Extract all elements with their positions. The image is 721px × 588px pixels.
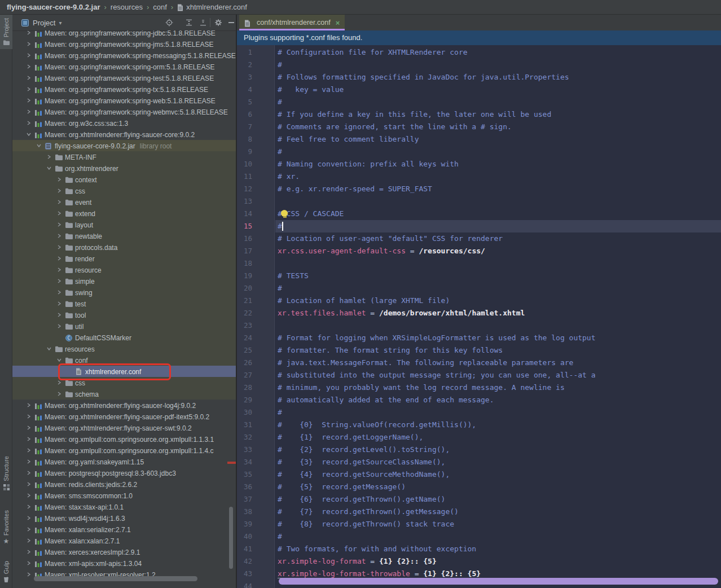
chevron-collapsed-icon[interactable]	[56, 199, 63, 205]
tree-row[interactable]: Maven: postgresql:postgresql:8.3-603.jdb…	[12, 467, 236, 479]
tree-row[interactable]: css	[12, 185, 236, 196]
tree-row[interactable]: Maven: org.w3c.css:sac:1.3	[12, 117, 236, 129]
chevron-collapsed-icon[interactable]	[25, 571, 32, 578]
code-line[interactable]: 21# Location of hamlet (large XHTML file…	[237, 295, 721, 307]
tool-button-project[interactable]: Project	[0, 15, 12, 49]
tree-row[interactable]: context	[12, 174, 236, 185]
code-line[interactable]: 11# xr.	[237, 170, 721, 183]
code-line[interactable]: 24# Format for logging when XRSimpleLogF…	[237, 332, 721, 344]
chevron-collapsed-icon[interactable]	[56, 300, 63, 307]
chevron-expanded-icon[interactable]	[36, 142, 42, 149]
code-line[interactable]: 2#	[237, 59, 721, 71]
tree-row[interactable]: Maven: xalan:xalan:2.7.1	[12, 535, 236, 546]
chevron-collapsed-icon[interactable]	[25, 458, 32, 465]
chevron-collapsed-icon[interactable]	[25, 492, 32, 499]
code-line[interactable]: 1# Configuration file for XHTMLRenderer …	[237, 46, 721, 59]
code-line[interactable]: 40#	[237, 530, 721, 543]
tree-row[interactable]: Maven: xalan:serializer:2.7.1	[12, 524, 236, 535]
tool-button-gulp[interactable]: Gulp	[0, 558, 12, 587]
gear-icon[interactable]	[214, 19, 222, 27]
tree-row[interactable]: Maven: org.springframework:spring-tx:5.1…	[12, 84, 236, 95]
tree-row[interactable]: Maven: stax:stax-api:1.0.1	[12, 501, 236, 512]
tree-row[interactable]: render	[12, 253, 236, 264]
chevron-collapsed-icon[interactable]	[25, 108, 32, 115]
code-line[interactable]: 22xr.test.files.hamlet = /demos/browser/…	[237, 307, 721, 319]
code-line[interactable]: 16# Location of user-agent "default" CSS…	[237, 232, 721, 245]
hide-panel-button[interactable]	[227, 19, 235, 27]
tree-row[interactable]: Maven: org.springframework:spring-webmvc…	[12, 106, 236, 117]
chevron-collapsed-icon[interactable]	[56, 244, 63, 251]
breadcrumb-item[interactable]: flying-saucer-core-9.0.2.jar	[7, 3, 100, 11]
tree-row[interactable]: META-INF	[12, 151, 236, 163]
code-line[interactable]: 23	[237, 319, 721, 332]
tree-vertical-scrollbar[interactable]	[229, 507, 233, 569]
chevron-collapsed-icon[interactable]	[25, 560, 32, 567]
code-line[interactable]: 38# {7} record.getThrown().getMessage()	[237, 506, 721, 518]
tree-row[interactable]: Maven: org.springframework:spring-messag…	[12, 50, 236, 61]
chevron-expanded-icon[interactable]	[46, 345, 52, 352]
tree-row[interactable]: CDefaultCSSMarker	[12, 332, 236, 343]
chevron-collapsed-icon[interactable]	[56, 210, 63, 217]
tree-row[interactable]: simple	[12, 275, 236, 287]
tree-row[interactable]: Maven: redis.clients:jedis:2.6.2	[12, 479, 236, 490]
chevron-collapsed-icon[interactable]	[56, 187, 63, 194]
code-line[interactable]: 4# key = value	[237, 84, 721, 96]
tab-xhtmlrenderer-conf[interactable]: conf/xhtmlrenderer.conf ×	[239, 15, 345, 30]
chevron-collapsed-icon[interactable]	[25, 526, 32, 533]
tree-row[interactable]: layout	[12, 219, 236, 230]
tree-row[interactable]: util	[12, 321, 236, 332]
chevron-collapsed-icon[interactable]	[25, 436, 32, 442]
tree-row[interactable]: Maven: org.yaml:snakeyaml:1.15	[12, 456, 236, 467]
code-line[interactable]: 6# If you define a key in this file, the…	[237, 108, 721, 121]
code-line[interactable]: 7# Comments are ignored, start the line …	[237, 121, 721, 133]
chevron-collapsed-icon[interactable]	[25, 548, 32, 555]
chevron-collapsed-icon[interactable]	[25, 469, 32, 476]
chevron-collapsed-icon[interactable]	[25, 74, 32, 81]
code-line[interactable]: 17xr.css.user-agent-default-css = /resou…	[237, 245, 721, 257]
chevron-collapsed-icon[interactable]	[25, 503, 32, 510]
tree-row[interactable]: Maven: org.xhtmlrenderer:flying-saucer-c…	[12, 129, 236, 140]
tree-row[interactable]: tool	[12, 309, 236, 321]
code-line[interactable]: 5#	[237, 96, 721, 108]
tree-row[interactable]: schema	[12, 388, 236, 400]
tree-row[interactable]: resources	[12, 343, 236, 354]
tree-row[interactable]: org.xhtmlrenderer	[12, 163, 236, 174]
code-line[interactable]: 18	[237, 257, 721, 270]
code-line[interactable]: 13	[237, 195, 721, 208]
tree-row[interactable]: Maven: xerces:xercesImpl:2.9.1	[12, 546, 236, 558]
tree-row[interactable]: Maven: org.xmlpull:com.springsource.org.…	[12, 433, 236, 445]
code-line[interactable]: 33# {2} record.getLevel().toString(),	[237, 444, 721, 456]
chevron-down-icon[interactable]: ▾	[59, 20, 61, 26]
chevron-collapsed-icon[interactable]	[25, 41, 32, 47]
chevron-collapsed-icon[interactable]	[25, 120, 32, 126]
tree-row[interactable]: Maven: wsdl4j:wsdl4j:1.6.3	[12, 512, 236, 524]
chevron-collapsed-icon[interactable]	[25, 481, 32, 488]
chevron-collapsed-icon[interactable]	[25, 86, 32, 93]
code-line[interactable]: 9#	[237, 146, 721, 158]
chevron-collapsed-icon[interactable]	[56, 390, 63, 397]
tree-row[interactable]: Maven: org.xmlpull:com.springsource.org.…	[12, 445, 236, 456]
chevron-collapsed-icon[interactable]	[25, 447, 32, 454]
code-line[interactable]: 12# e.g. xr.render-speed = SUPER_FAST	[237, 183, 721, 195]
chevron-collapsed-icon[interactable]	[25, 52, 32, 59]
code-line[interactable]: 29# automatically added at the end of ea…	[237, 394, 721, 406]
intention-bulb-icon[interactable]	[281, 210, 288, 217]
code-line[interactable]: 35# {4} record.getSourceMethodName(),	[237, 468, 721, 481]
chevron-collapsed-icon[interactable]	[25, 402, 32, 409]
tool-button-structure[interactable]: Structure	[0, 453, 12, 494]
tree-row[interactable]: Maven: xml-apis:xml-apis:1.3.04	[12, 558, 236, 569]
tree-horizontal-scrollbar[interactable]	[34, 576, 197, 581]
code-line[interactable]: 26# java.text.MessageFormat. The followi…	[237, 357, 721, 369]
code-line[interactable]: 39# {8} record.getThrown() stack trace	[237, 518, 721, 530]
chevron-expanded-icon[interactable]	[25, 131, 32, 138]
code-line[interactable]: 28# minimum, you probably want the log r…	[237, 381, 721, 394]
chevron-collapsed-icon[interactable]	[56, 289, 63, 296]
expand-all-button[interactable]	[185, 19, 193, 27]
tree-row[interactable]: Maven: org.springframework:spring-jms:5.…	[12, 38, 236, 50]
tree-row[interactable]: Maven: org.xhtmlrenderer:flying-saucer-p…	[12, 411, 236, 422]
chevron-expanded-icon[interactable]	[56, 357, 63, 363]
chevron-collapsed-icon[interactable]	[46, 153, 52, 160]
tree-row[interactable]: event	[12, 196, 236, 208]
collapse-all-button[interactable]	[199, 19, 207, 27]
tree-row[interactable]: Maven: org.springframework:spring-test:5…	[12, 72, 236, 84]
